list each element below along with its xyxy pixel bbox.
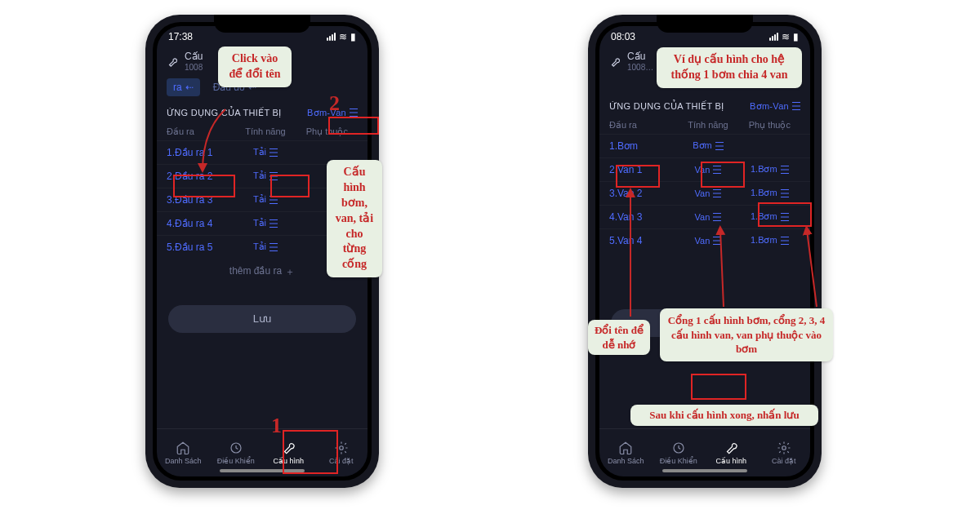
- menu-icon: [715, 142, 724, 150]
- header-sub: 1008…: [627, 63, 653, 73]
- battery-icon: ▮: [350, 31, 356, 42]
- table-row: 2.Van 1Van1.Bơm: [599, 157, 810, 181]
- menu-icon: [270, 172, 278, 180]
- status-time: 08:03: [611, 31, 635, 42]
- callout-savenote: Sau khi cấu hình xong, nhấn lưu: [630, 405, 818, 426]
- notch: [214, 15, 310, 33]
- mode-dropdown[interactable]: Bơm-Van: [750, 101, 800, 112]
- wrench-icon: [609, 56, 621, 68]
- dial-icon: [229, 441, 243, 455]
- wifi-icon: ≋: [339, 31, 347, 42]
- menu-icon: [270, 219, 278, 228]
- menu-icon: [350, 109, 358, 117]
- output-name[interactable]: 4.Đầu ra 4: [167, 218, 234, 229]
- output-name[interactable]: 5.Đầu ra 5: [167, 241, 234, 253]
- depend-dropdown[interactable]: 1.Bơm: [751, 211, 789, 222]
- gear-icon: [777, 441, 791, 455]
- menu-icon: [713, 166, 721, 174]
- table-row: 5.Van 4Van1.Bơm: [599, 228, 810, 252]
- output-name[interactable]: 2.Đầu ra 2: [167, 171, 234, 182]
- col-depend: Phụ thuộc: [296, 126, 358, 137]
- menu-icon: [781, 213, 789, 221]
- step-number-2: 2: [329, 91, 340, 116]
- wrench-icon: [167, 56, 178, 68]
- callout-explain: Cổng 1 cấu hình bơm, cổng 2, 3, 4 cấu hì…: [660, 308, 833, 361]
- tab-control[interactable]: Điều Khiển: [210, 441, 263, 465]
- status-right: ≋ ▮: [769, 31, 799, 42]
- svg-point-1: [340, 446, 344, 450]
- tab-list[interactable]: Danh Sách: [599, 441, 653, 465]
- output-name[interactable]: 3.Đầu ra 3: [167, 194, 234, 206]
- depend-dropdown[interactable]: 1.Bơm: [751, 235, 789, 246]
- output-name[interactable]: 2.Van 1: [609, 164, 677, 175]
- table-row: 1.BơmBơm: [599, 134, 810, 157]
- menu-icon: [270, 243, 278, 251]
- notch: [657, 15, 753, 33]
- feature-dropdown[interactable]: Tải: [253, 147, 278, 157]
- tab-list[interactable]: Danh Sách: [157, 441, 210, 465]
- table-row: 4.Van 3Van1.Bơm: [599, 205, 810, 228]
- feature-dropdown[interactable]: Van: [695, 212, 722, 222]
- callout-example: Ví dụ cấu hình cho hệ thống 1 bơm chia 4…: [657, 47, 802, 88]
- dial-icon: [671, 441, 686, 455]
- output-name[interactable]: 3.Van 2: [609, 188, 677, 199]
- home-icon: [176, 441, 190, 455]
- callout-rename2: Đổi tên để dễ nhớ: [588, 320, 650, 355]
- header-title: Cấu: [185, 51, 203, 63]
- output-name[interactable]: 1.Bơm: [609, 140, 677, 152]
- col-feature: Tính năng: [234, 126, 296, 137]
- col-output: Đầu ra: [167, 126, 234, 137]
- menu-icon: [781, 166, 789, 174]
- output-name[interactable]: 1.Đầu ra 1: [167, 147, 234, 158]
- svg-point-3: [782, 446, 786, 450]
- menu-icon: [781, 189, 789, 197]
- wifi-icon: ≋: [782, 31, 790, 42]
- step-number-1: 1: [271, 414, 282, 438]
- home-indicator: [662, 469, 747, 472]
- wrench-icon: [281, 441, 296, 455]
- menu-icon: [713, 237, 721, 245]
- callout-rename: Click vào để đổi tên: [218, 47, 292, 87]
- feature-dropdown[interactable]: Tải: [253, 194, 278, 205]
- status-right: ≋ ▮: [327, 31, 356, 42]
- tab-config[interactable]: Cấu hình: [705, 441, 758, 465]
- tab-control[interactable]: Điều Khiển: [653, 441, 706, 465]
- plus-icon: ＋: [285, 265, 295, 279]
- feature-dropdown[interactable]: Tải: [253, 171, 278, 181]
- output-name[interactable]: 4.Van 3: [609, 211, 677, 223]
- signal-icon: [327, 33, 336, 41]
- seg-tab-output[interactable]: ra ⇠: [167, 78, 200, 96]
- header-title: Cấu: [627, 51, 653, 63]
- signal-icon: [769, 33, 778, 41]
- col-feature: Tính năng: [677, 120, 738, 131]
- save-button[interactable]: Lưu: [168, 305, 356, 333]
- header-sub: 1008: [185, 63, 203, 73]
- menu-icon: [792, 102, 800, 110]
- feature-dropdown[interactable]: Van: [695, 236, 722, 246]
- tab-settings[interactable]: Cài đặt: [315, 441, 368, 465]
- tab-config[interactable]: Cấu hình: [262, 441, 315, 465]
- wrench-icon: [724, 441, 738, 455]
- gear-icon: [334, 441, 349, 455]
- tab-settings[interactable]: Cài đặt: [758, 441, 811, 465]
- feature-dropdown[interactable]: Van: [695, 165, 722, 175]
- feature-dropdown[interactable]: Van: [695, 188, 722, 198]
- menu-icon: [713, 189, 721, 197]
- col-depend: Phụ thuộc: [739, 120, 800, 131]
- link-icon: ⇠: [185, 82, 194, 93]
- feature-dropdown[interactable]: Tải: [253, 241, 278, 252]
- menu-icon: [270, 148, 278, 157]
- depend-dropdown[interactable]: 1.Bơm: [751, 164, 789, 175]
- home-icon: [618, 441, 633, 455]
- section-title: ỨNG DỤNG CỦA THIẾT BỊ: [609, 101, 724, 112]
- menu-icon: [781, 237, 789, 245]
- feature-dropdown[interactable]: Tải: [253, 218, 278, 228]
- feature-dropdown[interactable]: Bơm: [693, 140, 724, 151]
- callout-config: Cấu hình bơm, van, tải cho từng cống: [327, 160, 382, 277]
- menu-icon: [713, 213, 721, 221]
- status-time: 17:38: [168, 31, 193, 42]
- battery-icon: ▮: [793, 31, 799, 42]
- table-row: 3.Van 2Van1.Bơm: [599, 181, 810, 205]
- depend-dropdown[interactable]: 1.Bơm: [751, 188, 789, 198]
- output-name[interactable]: 5.Van 4: [609, 235, 677, 246]
